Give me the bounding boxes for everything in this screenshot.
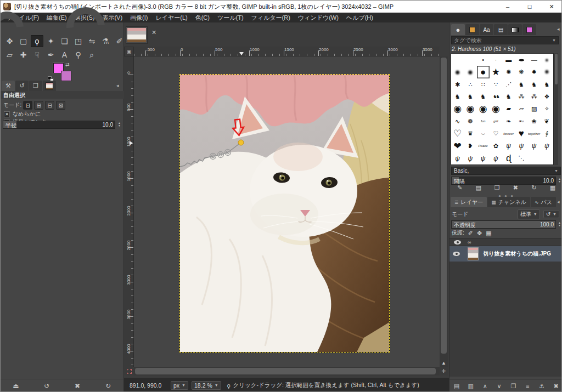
menu-item-layer[interactable]: レイヤー(L) xyxy=(151,13,191,22)
smudge-tool-button[interactable]: ☟ xyxy=(31,49,43,61)
menu-item-tools[interactable]: ツール(T) xyxy=(213,13,248,22)
brush-script-fun[interactable]: fun xyxy=(477,115,490,127)
save-tool-options-button[interactable]: ⏏ xyxy=(10,382,22,390)
menu-item-windows[interactable]: ウィンドウ(W) xyxy=(294,13,342,22)
flip-tool-button[interactable]: ⇋ xyxy=(86,35,98,47)
brush-ink-scatter[interactable]: ⋱ xyxy=(515,152,527,164)
layers-tab[interactable]: ≣レイヤー xyxy=(451,197,487,207)
edit-brush-button[interactable]: ✎ xyxy=(454,184,465,191)
brush-ellipse-flat[interactable]: ● xyxy=(515,54,527,66)
brush-flower-stem[interactable]: ✿ xyxy=(490,140,502,152)
select-mode-subtract-button[interactable]: ⊟ xyxy=(45,101,54,110)
rectangle-select-tool-button[interactable]: ▢ xyxy=(17,35,30,47)
lock-position-button[interactable]: ✥ xyxy=(477,230,482,237)
layer-mode-combo[interactable]: 標準▼ xyxy=(518,209,540,219)
device-status-tab[interactable]: ❐ xyxy=(29,81,42,91)
image-tab[interactable] xyxy=(126,26,148,44)
brush-paw-print-2[interactable]: ⁂ xyxy=(528,90,541,103)
patterns-tab[interactable] xyxy=(465,24,479,35)
brush-tags-field[interactable]: Basic, ▼ xyxy=(451,167,561,175)
spacing-slider[interactable]: 間隔 10.0 xyxy=(451,177,556,185)
unit-combo[interactable]: px▼ xyxy=(171,381,188,390)
brush-cat-sitting[interactable]: ♞ xyxy=(528,78,541,90)
brush-lavender-sprig-4[interactable]: ψ xyxy=(541,140,553,152)
blend-space-button[interactable]: ↺▼ xyxy=(543,210,559,218)
new-brush-button[interactable]: ▤ xyxy=(473,184,484,191)
vertical-scrollbar-thumb[interactable] xyxy=(441,58,447,354)
free-select-tool-button[interactable]: ϙ xyxy=(31,35,43,47)
brush-star[interactable]: ★ xyxy=(490,66,502,78)
spacing-spinner[interactable]: ▲▼ xyxy=(557,178,562,183)
color-picker-tool-button[interactable]: ⚲ xyxy=(72,49,85,61)
brush-doodle-scribble[interactable]: ∿ xyxy=(451,115,464,127)
brush-script-forever[interactable]: forever xyxy=(502,128,515,140)
brush-splatter-2[interactable]: ❋ xyxy=(515,66,527,78)
menu-item-image[interactable]: 画像(I) xyxy=(126,13,151,22)
brush-grid-scrollbar[interactable] xyxy=(554,53,558,165)
quick-mask-toggle[interactable] xyxy=(124,367,134,376)
horizontal-ruler[interactable]: -5000500100015002000250030003500 xyxy=(134,47,440,56)
brush-cat-prowling[interactable]: ♞ xyxy=(477,90,490,103)
brush-lavender-sprig-2[interactable]: ψ xyxy=(515,140,527,152)
brush-lavender-sprig-3[interactable]: ψ xyxy=(528,140,541,152)
fuzzy-select-tool-button[interactable]: ✦ xyxy=(44,35,57,47)
brush-dot-tiny[interactable]: · xyxy=(490,54,502,66)
brush-splatter-4[interactable]: ✸ xyxy=(541,66,553,78)
brush-cat-silhouette[interactable]: ♞ xyxy=(541,78,553,90)
brush-doodle-flower[interactable]: ❁ xyxy=(464,115,476,127)
undo-history-tab[interactable]: ↺ xyxy=(15,81,29,91)
brush-splatter-dense[interactable]: ✱ xyxy=(451,78,464,90)
eraser-tool-button[interactable]: ▱ xyxy=(3,49,16,61)
brush-heart-ribbon[interactable]: ♥ xyxy=(515,128,527,140)
new-layer-button[interactable]: ▤ xyxy=(451,383,462,390)
duplicate-brush-button[interactable]: ❐ xyxy=(492,184,503,191)
brush-heart-bold[interactable]: ❤ xyxy=(451,140,464,152)
close-button[interactable]: ✕ xyxy=(541,1,562,13)
brush-underline-stroke[interactable]: ⌣ xyxy=(477,128,490,140)
text-tool-button[interactable]: A xyxy=(58,49,71,61)
gradients-tab[interactable] xyxy=(508,24,522,35)
brush-sprig-6[interactable]: ψ xyxy=(464,152,476,164)
lock-alpha-button[interactable]: ▦ xyxy=(486,230,491,237)
zoom-combo[interactable]: 18.2 %▼ xyxy=(192,381,221,390)
paths-tab[interactable]: ∿パス xyxy=(531,197,556,207)
vertical-ruler[interactable]: 05001000150020002500300035004000 xyxy=(124,56,134,367)
link-column-icon[interactable]: ∞ xyxy=(468,240,471,245)
brush-duck-silhouette[interactable]: ɖ xyxy=(502,152,515,164)
horizontal-scrollbar-thumb[interactable] xyxy=(135,368,436,374)
brush-sprig-7[interactable]: ψ xyxy=(477,152,490,164)
swap-colors-icon[interactable]: ⇄ xyxy=(65,62,70,67)
brush-script-girl[interactable]: girl xyxy=(490,115,502,127)
visibility-column-icon[interactable] xyxy=(454,240,461,245)
open-brush-as-image-button[interactable]: ▦ xyxy=(547,184,558,191)
brush-cat-pair[interactable]: ♞♞ xyxy=(490,90,502,103)
duplicate-layer-button[interactable]: ❐ xyxy=(508,383,519,390)
delete-brush-button[interactable]: ✖ xyxy=(510,184,521,191)
brush-cat-tail-up[interactable]: ♞ xyxy=(502,90,515,103)
horizontal-scrollbar[interactable] xyxy=(134,367,440,376)
brush-script-together[interactable]: together xyxy=(528,128,541,140)
maximize-button[interactable]: □ xyxy=(519,1,541,13)
brush-heart-sketch[interactable]: ♡ xyxy=(490,128,502,140)
canvas-viewport[interactable] xyxy=(134,56,440,367)
colors-tab[interactable] xyxy=(522,24,536,35)
brush-grunge-circle-2[interactable]: ◉ xyxy=(464,103,476,115)
brush-fuzzy-circle[interactable]: ● xyxy=(464,66,476,78)
reset-tool-options-button[interactable]: ↻ xyxy=(102,382,114,390)
brush-cat-sitting-2[interactable]: ♞ xyxy=(464,90,476,103)
merge-down-button[interactable]: ≡ xyxy=(522,383,533,390)
brush-cat-stretching[interactable]: ♞ xyxy=(515,78,527,90)
lower-layer-button[interactable]: ∨ xyxy=(494,383,505,390)
brush-heart-double[interactable]: ❥ xyxy=(464,140,476,152)
ink-tool-button[interactable]: ✒ xyxy=(44,49,57,61)
crop-tool-button[interactable]: ❏ xyxy=(58,35,71,47)
brush-cherry-doodle[interactable]: ❦ xyxy=(541,115,553,127)
antialiasing-option[interactable]: ✕なめらかに xyxy=(4,110,41,118)
unified-transform-tool-button[interactable]: ◳ xyxy=(72,35,85,47)
antialiasing-checkbox[interactable]: ✕ xyxy=(4,111,10,117)
layer-list-empty-area[interactable] xyxy=(449,262,562,377)
brush-paw-print[interactable]: ⁂ xyxy=(515,90,527,103)
brush-spray-dots[interactable]: ∵ xyxy=(490,78,502,90)
restore-tool-options-button[interactable]: ↺ xyxy=(41,382,53,390)
panel-menu-button[interactable]: ◂ xyxy=(557,199,560,204)
